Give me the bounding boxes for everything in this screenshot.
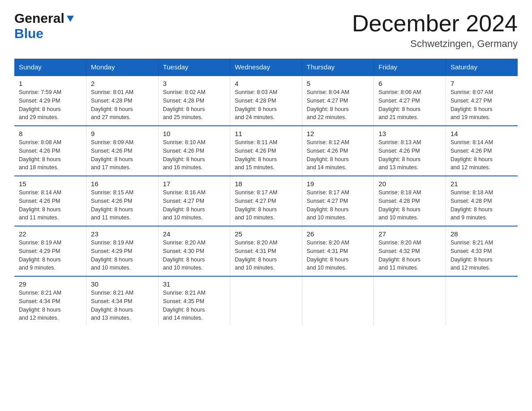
calendar-cell: 1 Sunrise: 7:59 AMSunset: 4:29 PMDayligh…	[14, 76, 86, 126]
calendar-week-row: 29 Sunrise: 8:21 AMSunset: 4:34 PMDaylig…	[14, 276, 518, 326]
day-info: Sunrise: 8:17 AMSunset: 4:27 PMDaylight:…	[307, 188, 369, 222]
calendar-header-row: SundayMondayTuesdayWednesdayThursdayFrid…	[14, 59, 518, 76]
calendar-cell: 30 Sunrise: 8:21 AMSunset: 4:34 PMDaylig…	[86, 276, 159, 326]
day-number: 1	[19, 80, 82, 87]
day-info: Sunrise: 8:12 AMSunset: 4:26 PMDaylight:…	[307, 138, 369, 172]
logo: General Blue	[14, 11, 75, 41]
column-header-wednesday: Wednesday	[230, 59, 302, 76]
day-number: 5	[307, 80, 369, 87]
day-info: Sunrise: 8:21 AMSunset: 4:33 PMDaylight:…	[450, 239, 513, 272]
day-number: 24	[163, 230, 226, 238]
calendar-cell	[446, 276, 518, 326]
day-number: 15	[19, 180, 82, 188]
day-number: 26	[307, 230, 369, 238]
day-number: 10	[163, 130, 226, 137]
day-info: Sunrise: 8:15 AMSunset: 4:26 PMDaylight:…	[91, 188, 154, 222]
calendar-week-row: 8 Sunrise: 8:08 AMSunset: 4:26 PMDayligh…	[14, 126, 518, 176]
calendar-week-row: 15 Sunrise: 8:14 AMSunset: 4:26 PMDaylig…	[14, 176, 518, 226]
calendar-cell: 5 Sunrise: 8:04 AMSunset: 4:27 PMDayligh…	[302, 76, 374, 126]
calendar-cell: 31 Sunrise: 8:21 AMSunset: 4:35 PMDaylig…	[158, 276, 230, 326]
day-number: 23	[91, 230, 154, 238]
day-info: Sunrise: 8:13 AMSunset: 4:26 PMDaylight:…	[378, 138, 441, 172]
day-info: Sunrise: 8:03 AMSunset: 4:28 PMDaylight:…	[235, 88, 297, 122]
day-number: 12	[307, 130, 369, 137]
day-info: Sunrise: 8:07 AMSunset: 4:27 PMDaylight:…	[450, 88, 513, 122]
day-info: Sunrise: 7:59 AMSunset: 4:29 PMDaylight:…	[19, 88, 82, 122]
calendar-cell: 22 Sunrise: 8:19 AMSunset: 4:29 PMDaylig…	[14, 226, 86, 276]
day-info: Sunrise: 8:20 AMSunset: 4:31 PMDaylight:…	[235, 239, 297, 272]
day-info: Sunrise: 8:10 AMSunset: 4:26 PMDaylight:…	[163, 138, 226, 172]
calendar-cell: 3 Sunrise: 8:02 AMSunset: 4:28 PMDayligh…	[158, 76, 230, 126]
logo-general: General	[14, 11, 64, 26]
day-info: Sunrise: 8:06 AMSunset: 4:27 PMDaylight:…	[378, 88, 441, 122]
day-info: Sunrise: 8:02 AMSunset: 4:28 PMDaylight:…	[163, 88, 226, 122]
page-header: General Blue December 2024 Schwetzingen,…	[14, 11, 518, 50]
day-number: 31	[163, 280, 226, 288]
day-info: Sunrise: 8:17 AMSunset: 4:27 PMDaylight:…	[235, 188, 297, 222]
calendar-cell: 25 Sunrise: 8:20 AMSunset: 4:31 PMDaylig…	[230, 226, 302, 276]
calendar-cell	[374, 276, 446, 326]
day-info: Sunrise: 8:18 AMSunset: 4:28 PMDaylight:…	[450, 188, 513, 222]
calendar-week-row: 22 Sunrise: 8:19 AMSunset: 4:29 PMDaylig…	[14, 226, 518, 276]
day-number: 13	[378, 130, 441, 137]
day-info: Sunrise: 8:21 AMSunset: 4:34 PMDaylight:…	[91, 289, 154, 322]
calendar-cell: 9 Sunrise: 8:09 AMSunset: 4:26 PMDayligh…	[86, 126, 159, 176]
calendar-cell: 20 Sunrise: 8:18 AMSunset: 4:28 PMDaylig…	[374, 176, 446, 226]
calendar-cell: 10 Sunrise: 8:10 AMSunset: 4:26 PMDaylig…	[158, 126, 230, 176]
day-number: 21	[450, 180, 513, 188]
day-info: Sunrise: 8:21 AMSunset: 4:34 PMDaylight:…	[19, 289, 82, 322]
column-header-saturday: Saturday	[446, 59, 518, 76]
day-number: 16	[91, 180, 154, 188]
calendar-cell: 2 Sunrise: 8:01 AMSunset: 4:28 PMDayligh…	[86, 76, 159, 126]
day-number: 25	[235, 230, 297, 238]
calendar-cell: 12 Sunrise: 8:12 AMSunset: 4:26 PMDaylig…	[302, 126, 374, 176]
calendar-cell: 28 Sunrise: 8:21 AMSunset: 4:33 PMDaylig…	[446, 226, 518, 276]
day-info: Sunrise: 8:16 AMSunset: 4:27 PMDaylight:…	[163, 188, 226, 222]
calendar-cell: 18 Sunrise: 8:17 AMSunset: 4:27 PMDaylig…	[230, 176, 302, 226]
day-number: 14	[450, 130, 513, 137]
day-info: Sunrise: 8:09 AMSunset: 4:26 PMDaylight:…	[91, 138, 154, 172]
page-title: December 2024	[352, 11, 518, 36]
day-info: Sunrise: 8:21 AMSunset: 4:35 PMDaylight:…	[163, 289, 226, 322]
page-subtitle: Schwetzingen, Germany	[352, 38, 518, 50]
day-number: 17	[163, 180, 226, 188]
day-number: 29	[19, 280, 82, 288]
day-info: Sunrise: 8:14 AMSunset: 4:26 PMDaylight:…	[450, 138, 513, 172]
calendar-cell: 4 Sunrise: 8:03 AMSunset: 4:28 PMDayligh…	[230, 76, 302, 126]
calendar-cell: 19 Sunrise: 8:17 AMSunset: 4:27 PMDaylig…	[302, 176, 374, 226]
day-info: Sunrise: 8:08 AMSunset: 4:26 PMDaylight:…	[19, 138, 82, 172]
day-number: 18	[235, 180, 297, 188]
day-number: 3	[163, 80, 226, 87]
day-info: Sunrise: 8:20 AMSunset: 4:32 PMDaylight:…	[378, 239, 441, 272]
day-number: 2	[91, 80, 154, 87]
calendar-cell: 7 Sunrise: 8:07 AMSunset: 4:27 PMDayligh…	[446, 76, 518, 126]
day-info: Sunrise: 8:19 AMSunset: 4:29 PMDaylight:…	[91, 239, 154, 272]
day-number: 30	[91, 280, 154, 288]
calendar-cell: 23 Sunrise: 8:19 AMSunset: 4:29 PMDaylig…	[86, 226, 159, 276]
logo-blue: Blue	[14, 26, 43, 41]
calendar-cell: 14 Sunrise: 8:14 AMSunset: 4:26 PMDaylig…	[446, 126, 518, 176]
calendar-cell: 29 Sunrise: 8:21 AMSunset: 4:34 PMDaylig…	[14, 276, 86, 326]
calendar-cell: 13 Sunrise: 8:13 AMSunset: 4:26 PMDaylig…	[374, 126, 446, 176]
day-number: 20	[378, 180, 441, 188]
day-info: Sunrise: 8:01 AMSunset: 4:28 PMDaylight:…	[91, 88, 154, 122]
day-info: Sunrise: 8:18 AMSunset: 4:28 PMDaylight:…	[378, 188, 441, 222]
day-number: 19	[307, 180, 369, 188]
calendar-cell: 8 Sunrise: 8:08 AMSunset: 4:26 PMDayligh…	[14, 126, 86, 176]
calendar-cell: 24 Sunrise: 8:20 AMSunset: 4:30 PMDaylig…	[158, 226, 230, 276]
day-number: 6	[378, 80, 441, 87]
svg-marker-0	[67, 16, 74, 22]
day-number: 7	[450, 80, 513, 87]
day-number: 28	[450, 230, 513, 238]
calendar-cell: 16 Sunrise: 8:15 AMSunset: 4:26 PMDaylig…	[86, 176, 159, 226]
calendar-cell: 17 Sunrise: 8:16 AMSunset: 4:27 PMDaylig…	[158, 176, 230, 226]
column-header-monday: Monday	[86, 59, 159, 76]
day-info: Sunrise: 8:11 AMSunset: 4:26 PMDaylight:…	[235, 138, 297, 172]
day-number: 27	[378, 230, 441, 238]
logo-arrow-icon	[65, 14, 75, 24]
calendar-cell: 15 Sunrise: 8:14 AMSunset: 4:26 PMDaylig…	[14, 176, 86, 226]
calendar-cell: 11 Sunrise: 8:11 AMSunset: 4:26 PMDaylig…	[230, 126, 302, 176]
day-info: Sunrise: 8:20 AMSunset: 4:31 PMDaylight:…	[307, 239, 369, 272]
calendar-cell: 26 Sunrise: 8:20 AMSunset: 4:31 PMDaylig…	[302, 226, 374, 276]
calendar-cell: 27 Sunrise: 8:20 AMSunset: 4:32 PMDaylig…	[374, 226, 446, 276]
